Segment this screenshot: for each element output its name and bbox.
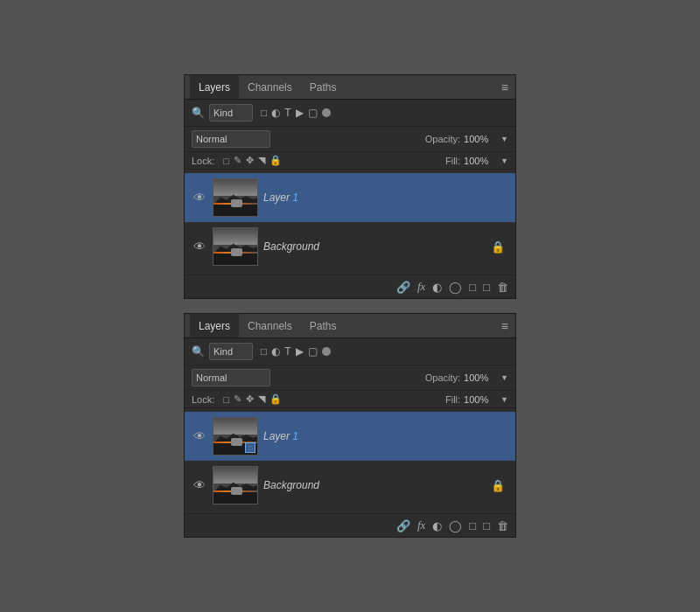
kind-select-1[interactable]: Kind bbox=[209, 104, 253, 122]
fill-wrap-1: Fill: 100% ▼ bbox=[445, 156, 508, 166]
opacity-wrap-1: Opacity: 100% ▼ bbox=[425, 134, 508, 144]
mask-icon-1[interactable]: ◯ bbox=[449, 281, 462, 294]
trash-icon-1[interactable]: 🗑 bbox=[497, 281, 508, 294]
type-icon-1[interactable]: T bbox=[284, 107, 290, 119]
fill-wrap-2: Fill: 100% ▼ bbox=[445, 394, 508, 405]
lock-move-icon-1[interactable]: ✥ bbox=[246, 155, 254, 166]
link-icon-1[interactable]: 🔗 bbox=[396, 281, 410, 294]
lock-pixels-icon-2[interactable]: □ bbox=[223, 394, 229, 405]
layer-item-background-1[interactable]: 👁 Background 🔒 bbox=[185, 222, 515, 271]
layer-item-layer1-2[interactable]: 👁 □ Layer 1 bbox=[185, 412, 515, 461]
folder-icon-1[interactable]: □ bbox=[469, 281, 476, 294]
lock-all-icon-2[interactable]: 🔒 bbox=[270, 393, 282, 405]
opacity-label-1: Opacity: bbox=[425, 134, 460, 144]
fill-chevron-2[interactable]: ▼ bbox=[500, 395, 508, 404]
eye-icon-layer1-2[interactable]: 👁 bbox=[192, 429, 207, 443]
filter-row-1: 🔍 Kind □ ◐ T ▶ ▢ bbox=[185, 100, 515, 127]
lock-pixels-icon-1[interactable]: □ bbox=[223, 156, 229, 166]
lock-row-2: Lock: □ ✎ ✥ ◥ 🔒 Fill: 100% ▼ bbox=[185, 391, 515, 408]
smart-object-badge-2: □ bbox=[245, 442, 256, 453]
lock-draw-icon-1[interactable]: ✎ bbox=[234, 155, 242, 166]
search-icon-2: 🔍 bbox=[192, 345, 205, 358]
filter-dot-1 bbox=[322, 108, 331, 117]
lock-label-2: Lock: bbox=[192, 394, 214, 405]
lock-label-1: Lock: bbox=[192, 156, 214, 166]
opacity-chevron-1[interactable]: ▼ bbox=[500, 135, 508, 143]
blend-row-2: Normal Opacity: 100% ▼ bbox=[185, 365, 515, 391]
layer-item-layer1-1[interactable]: 👁 Layer 1 bbox=[185, 173, 515, 222]
type-icon-2[interactable]: T bbox=[284, 345, 290, 358]
opacity-value-2[interactable]: 100% bbox=[464, 372, 497, 383]
tab-paths-1[interactable]: Paths bbox=[301, 75, 346, 99]
new-layer-icon-1[interactable]: □ bbox=[483, 281, 490, 294]
lock-row-1: Lock: □ ✎ ✥ ◥ 🔒 Fill: 100% ▼ bbox=[185, 152, 515, 170]
lock-move-icon-2[interactable]: ✥ bbox=[246, 393, 254, 405]
layer-thumb-layer1-1 bbox=[213, 178, 258, 217]
folder-icon-2[interactable]: □ bbox=[469, 519, 476, 532]
lock-icons-1: □ ✎ ✥ ◥ 🔒 bbox=[223, 155, 282, 166]
fx-icon-2[interactable]: fx bbox=[417, 518, 425, 532]
tab-channels-2[interactable]: Channels bbox=[239, 314, 301, 337]
adjustment-layer-icon-1[interactable]: ◐ bbox=[432, 281, 442, 294]
trash-icon-2[interactable]: 🗑 bbox=[497, 519, 508, 532]
opacity-chevron-2[interactable]: ▼ bbox=[500, 373, 508, 382]
pixel-icon-2[interactable]: □ bbox=[261, 345, 267, 358]
mask-icon-2[interactable]: ◯ bbox=[449, 519, 462, 532]
fx-icon-1[interactable]: fx bbox=[417, 280, 425, 294]
smart-icon-1[interactable]: ▢ bbox=[308, 107, 318, 119]
layer-item-background-2[interactable]: 👁 Background 🔒 bbox=[185, 461, 515, 510]
blend-select-2[interactable]: Normal bbox=[192, 369, 270, 386]
filter-icons-1: □ ◐ T ▶ ▢ bbox=[261, 107, 331, 119]
adjustment-icon-1[interactable]: ◐ bbox=[271, 107, 280, 119]
layer-name-background-2: Background bbox=[263, 479, 486, 491]
blend-select-1[interactable]: Normal bbox=[192, 130, 270, 148]
panel-1-tabs: Layers Channels Paths ≡ bbox=[185, 75, 515, 100]
adjustment-layer-icon-2[interactable]: ◐ bbox=[432, 519, 442, 532]
filter-icons-2: □ ◐ T ▶ ▢ bbox=[261, 345, 331, 358]
shape-icon-1[interactable]: ▶ bbox=[296, 107, 304, 119]
layer-name-layer1-1: Layer 1 bbox=[263, 191, 508, 204]
filter-row-2: 🔍 Kind □ ◐ T ▶ ▢ bbox=[185, 338, 515, 365]
layers-panel-1: Layers Channels Paths ≡ 🔍 Kind □ ◐ T ▶ ▢… bbox=[184, 74, 516, 299]
tab-layers-2[interactable]: Layers bbox=[190, 314, 239, 337]
opacity-value-1[interactable]: 100% bbox=[464, 134, 497, 144]
filter-dot-2 bbox=[322, 347, 331, 356]
eye-icon-background-1[interactable]: 👁 bbox=[192, 240, 207, 254]
panel-footer-1: 🔗 fx ◐ ◯ □ □ 🗑 bbox=[185, 275, 515, 298]
layers-list-2: 👁 □ Layer 1 👁 bbox=[185, 408, 515, 513]
fill-chevron-1[interactable]: ▼ bbox=[500, 156, 508, 165]
layer-lock-icon-1: 🔒 bbox=[491, 240, 505, 254]
opacity-label-2: Opacity: bbox=[425, 372, 460, 383]
eye-icon-layer1-1[interactable]: 👁 bbox=[192, 191, 207, 205]
lock-artboard-icon-1[interactable]: ◥ bbox=[258, 155, 265, 166]
link-icon-2[interactable]: 🔗 bbox=[396, 519, 410, 532]
panel-menu-icon-2[interactable]: ≡ bbox=[501, 319, 508, 333]
adjustment-icon-2[interactable]: ◐ bbox=[271, 345, 280, 358]
layer-name-background-1: Background bbox=[263, 240, 486, 253]
layer-lock-icon-2: 🔒 bbox=[491, 479, 505, 492]
fill-label-2: Fill: bbox=[445, 394, 460, 405]
panel-menu-icon-1[interactable]: ≡ bbox=[501, 80, 508, 94]
blend-row-1: Normal Opacity: 100% ▼ bbox=[185, 127, 515, 152]
tab-paths-2[interactable]: Paths bbox=[301, 314, 346, 337]
lock-artboard-icon-2[interactable]: ◥ bbox=[258, 393, 265, 405]
fill-value-2[interactable]: 100% bbox=[464, 394, 497, 405]
smart-icon-2[interactable]: ▢ bbox=[308, 345, 318, 358]
layer-thumb-background-1 bbox=[213, 227, 258, 266]
tab-layers-1[interactable]: Layers bbox=[190, 75, 239, 99]
kind-select-2[interactable]: Kind bbox=[209, 343, 253, 360]
fill-label-1: Fill: bbox=[445, 156, 460, 166]
lock-draw-icon-2[interactable]: ✎ bbox=[234, 393, 242, 405]
pixel-icon-1[interactable]: □ bbox=[261, 107, 267, 119]
shape-icon-2[interactable]: ▶ bbox=[296, 345, 304, 358]
new-layer-icon-2[interactable]: □ bbox=[483, 519, 490, 532]
eye-icon-background-2[interactable]: 👁 bbox=[192, 478, 207, 492]
panel-footer-2: 🔗 fx ◐ ◯ □ □ 🗑 bbox=[185, 513, 515, 537]
tab-channels-1[interactable]: Channels bbox=[239, 75, 301, 99]
lock-icons-2: □ ✎ ✥ ◥ 🔒 bbox=[223, 393, 282, 405]
fill-value-1[interactable]: 100% bbox=[464, 156, 497, 166]
lock-all-icon-1[interactable]: 🔒 bbox=[270, 155, 282, 166]
layers-list-1: 👁 Layer 1 👁 bbox=[185, 170, 515, 275]
panel-2-tabs: Layers Channels Paths ≡ bbox=[185, 314, 515, 338]
layer-thumb-layer1-2: □ bbox=[213, 417, 258, 456]
